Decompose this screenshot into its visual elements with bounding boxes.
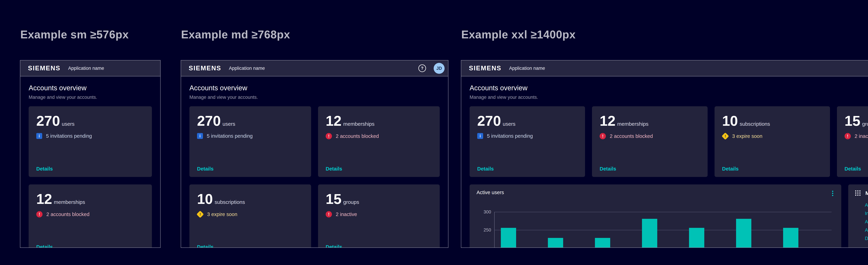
alert-icon: ! (326, 133, 332, 139)
my-apps-header: My apps (855, 189, 868, 197)
app-name: Application name (509, 66, 545, 71)
info-glyph: i (199, 134, 200, 139)
alert-icon: ! (600, 133, 606, 139)
badge-text: 3 expire soon (207, 211, 237, 217)
panel-sm: SIEMENS Application name Accounts overvi… (20, 60, 161, 248)
stat-label: groups (343, 199, 359, 205)
chart-bar (642, 219, 657, 248)
stat-label: users (503, 121, 516, 127)
panel-md: SIEMENS Application name ? JD Accounts o… (181, 60, 448, 248)
y-axis-line (494, 212, 495, 248)
siemens-logo: SIEMENS (469, 65, 501, 72)
app-name: Application name (229, 66, 265, 71)
stat-value: 10 (197, 192, 213, 207)
badge-row: i 5 invitations pending (36, 133, 144, 139)
badge-row: ! 3 expire soon (722, 133, 823, 139)
stat-card-users: 270 users i 5 invitations pending Detail… (470, 106, 585, 177)
app-switcher-icon[interactable] (855, 189, 861, 197)
stat-top: 10 subscriptions (722, 113, 823, 128)
stat-value: 15 (844, 113, 860, 128)
details-link[interactable]: Details (600, 166, 700, 172)
details-link[interactable]: Details (36, 244, 144, 248)
page-subtitle: Manage and view your accounts. (470, 94, 868, 100)
stat-value: 270 (36, 113, 60, 128)
siemens-logo: SIEMENS (189, 65, 221, 72)
stat-top: 270 users (197, 113, 304, 128)
app-link-access-key[interactable]: Access key› (865, 219, 868, 225)
app-header: SIEMENS Application name (20, 60, 160, 77)
stat-label: memberships (343, 121, 374, 127)
stat-top: 270 users (477, 113, 578, 128)
app-link-label: Assets flow (865, 202, 868, 208)
stat-top: 15 groups (326, 192, 432, 207)
stat-card-groups: 15 groups ! 2 inactive Details (837, 106, 868, 177)
page-content: Accounts overview Manage and view your a… (461, 77, 868, 248)
badge-text: 2 inactive (336, 211, 357, 217)
details-link[interactable]: Details (197, 166, 304, 172)
chart-bar (783, 228, 798, 248)
stat-label: users (62, 121, 74, 127)
page-title: Accounts overview (189, 84, 440, 92)
badge-text: 2 accounts blocked (336, 134, 379, 139)
details-link[interactable]: Details (477, 166, 578, 172)
avatar[interactable]: JD (434, 63, 444, 74)
app-link-data-app[interactable]: Data App› (865, 236, 868, 241)
cards-row: 10 subscriptions ! 3 expire soon Details… (189, 184, 440, 248)
warning-icon: ! (721, 132, 729, 140)
details-link[interactable]: Details (722, 166, 823, 172)
help-icon[interactable]: ? (418, 64, 426, 72)
stat-card-memberships: 12 memberships ! 2 accounts blocked Deta… (592, 106, 707, 177)
y-axis-tick-label: 300 (470, 209, 491, 215)
chart-bar (501, 228, 516, 248)
app-link-label: Assets App (865, 227, 868, 233)
details-link[interactable]: Details (197, 244, 304, 248)
cards-row: 270 users i 5 invitations pending Detail… (470, 106, 868, 177)
app-link-assets-flow[interactable]: Assets flow› (865, 202, 868, 208)
badge-row: ! 3 expire soon (197, 211, 304, 217)
badge-row: ! 2 inactive (326, 211, 432, 217)
chart-gridline (494, 230, 832, 230)
stat-top: 10 subscriptions (197, 192, 304, 207)
siemens-logo: SIEMENS (28, 65, 61, 72)
details-link[interactable]: Details (36, 166, 144, 172)
header-actions: ? JD (418, 63, 444, 74)
active-users-chart-card: Active users 300250 (470, 184, 841, 248)
example-title-xxl: Example xxl ≥1400px (461, 28, 576, 41)
page-title: Accounts overview (470, 84, 868, 92)
y-axis-tick-label: 250 (470, 227, 491, 233)
my-apps-list: Assets flow› Insights› Access key› Asset… (855, 202, 868, 241)
info-icon: i (197, 133, 203, 139)
badge-row: i 5 invitations pending (197, 133, 304, 139)
stat-label: users (222, 121, 235, 127)
chart-bar (595, 238, 610, 248)
page-title: Accounts overview (29, 84, 152, 92)
stat-value: 10 (722, 113, 738, 128)
stat-top: 270 users (36, 113, 144, 128)
stat-top: 12 memberships (326, 113, 432, 128)
app-header: SIEMENS Application name ? JD (461, 60, 868, 77)
page-subtitle: Manage and view your accounts. (29, 94, 152, 100)
badge-text: 5 invitations pending (487, 133, 533, 139)
stat-label: memberships (54, 199, 85, 205)
details-link[interactable]: Details (844, 166, 868, 172)
stat-card-users: 270 users i 5 invitations pending Detail… (29, 106, 152, 177)
badge-text: 5 invitations pending (207, 133, 253, 139)
alert-glyph: ! (328, 134, 330, 139)
badge-text: 2 accounts blocked (610, 134, 653, 139)
cards-row: 270 users i 5 invitations pending Detail… (29, 106, 152, 177)
stat-top: 12 memberships (600, 113, 700, 128)
info-icon: i (477, 133, 483, 139)
details-link[interactable]: Details (326, 244, 432, 248)
warning-icon: ! (196, 211, 204, 218)
cards-row: 12 memberships ! 2 accounts blocked Deta… (29, 184, 152, 248)
app-link-assets-app[interactable]: Assets App› (865, 227, 868, 233)
app-link-label: Insights (865, 211, 868, 216)
chart-bar (736, 219, 751, 248)
app-link-label: Access key (865, 219, 868, 225)
stat-label: groups (862, 121, 868, 127)
app-link-insights[interactable]: Insights› (865, 211, 868, 216)
stat-value: 12 (600, 113, 615, 128)
info-glyph: i (479, 134, 481, 139)
details-link[interactable]: Details (326, 166, 432, 172)
stat-value: 12 (326, 113, 341, 128)
